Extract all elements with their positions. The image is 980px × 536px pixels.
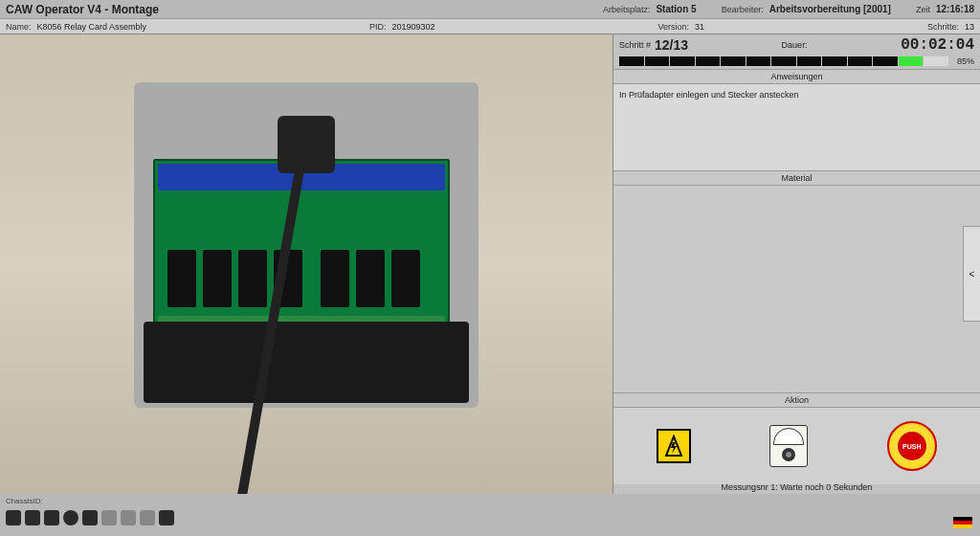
- operator-value: Arbeitsvorbereitung [2001]: [769, 4, 891, 14]
- tray-icon-6[interactable]: [101, 510, 117, 525]
- time-value: 12:16:18: [936, 4, 974, 14]
- instructions-header: Anweisungen: [613, 69, 980, 84]
- tray-icon-2[interactable]: [25, 510, 40, 525]
- workstation-value: Station 5: [656, 4, 696, 14]
- steps-value: 13: [965, 22, 974, 32]
- version-label: Version:: [658, 22, 690, 32]
- progress-segment: [924, 56, 948, 66]
- emergency-stop-button[interactable]: PUSH: [887, 421, 937, 471]
- time-label: Zeit: [916, 5, 930, 14]
- progress-segment: [873, 56, 898, 66]
- tray-icon-3[interactable]: [44, 510, 59, 525]
- material-panel: [613, 186, 980, 392]
- aktion-panel: PUSH Messungsnr 1: Warte noch 0 Sekunden: [613, 408, 980, 494]
- pid-label: PID:: [369, 22, 387, 32]
- db9-connector: [278, 116, 335, 173]
- operator-label: Bearbeiter:: [722, 5, 764, 14]
- tray-icon-8[interactable]: [140, 510, 155, 525]
- chassis-id-label: ChassisID:: [0, 494, 980, 508]
- svg-point-1: [786, 452, 791, 458]
- tray-icon-1[interactable]: [6, 510, 21, 525]
- collapse-panel-button[interactable]: <: [963, 226, 980, 322]
- pid-value: 201909302: [392, 22, 435, 32]
- assembly-photo: [0, 34, 612, 494]
- progress-segment: [797, 56, 822, 66]
- relay: [391, 250, 420, 307]
- progress-bar: 85%: [619, 56, 974, 67]
- name-value: K8056 Relay Card Assembly: [37, 22, 147, 32]
- measurement-message: Messungsnr 1: Warte noch 0 Sekunden: [613, 482, 980, 492]
- progress-segment: [670, 56, 695, 66]
- device-base: [144, 322, 469, 403]
- progress-segment: [721, 56, 746, 66]
- steps-label: Schritte:: [927, 22, 959, 32]
- language-flag-de[interactable]: [953, 517, 972, 528]
- workstation-label: Arbeitsplatz:: [603, 5, 651, 14]
- image-pane: < >: [0, 34, 612, 494]
- progress-segments: [619, 56, 948, 66]
- app-title: CAW Operator V4 - Montage: [6, 3, 597, 16]
- main-area: < > Schritt # 12/13 Dauer: 00:02:04: [0, 34, 980, 494]
- instructions-text: In Prüfadapter einlegen und Stecker anst…: [613, 84, 980, 170]
- tray-icon-9[interactable]: [159, 510, 174, 525]
- flag-stripe: [953, 525, 972, 528]
- progress-segment: [746, 56, 771, 66]
- relay: [238, 250, 267, 307]
- relay: [203, 250, 232, 307]
- progress-segment: [619, 56, 644, 66]
- progress-segment: [848, 56, 873, 66]
- aktion-header: Aktion: [613, 392, 980, 408]
- info-bar: Name: K8056 Relay Card Assembly PID: 201…: [0, 19, 980, 34]
- multimeter-icon[interactable]: [769, 425, 808, 467]
- progress-percent: 85%: [951, 56, 974, 66]
- step-bar: Schritt # 12/13 Dauer: 00:02:04: [613, 34, 980, 56]
- name-label: Name:: [6, 22, 32, 32]
- footer: ChassisID:: [0, 494, 980, 536]
- status-tray: [0, 508, 980, 527]
- tray-clock-icon[interactable]: [63, 510, 78, 525]
- progress-segment: [899, 56, 924, 66]
- progress-segment: [645, 56, 670, 66]
- relay: [321, 250, 349, 307]
- duration-label: Dauer:: [782, 40, 808, 50]
- esd-warning-icon[interactable]: [657, 429, 691, 463]
- version-value: 31: [695, 22, 704, 32]
- relay: [356, 250, 385, 307]
- step-value: 12/13: [655, 37, 688, 53]
- step-label: Schritt #: [619, 40, 651, 50]
- relay: [167, 250, 196, 307]
- duration-value: 00:02:04: [901, 36, 974, 54]
- estop-label: PUSH: [898, 432, 926, 460]
- right-panel: Schritt # 12/13 Dauer: 00:02:04 85% Anwe…: [612, 34, 980, 494]
- material-header: Material: [613, 170, 980, 186]
- tray-tool-icon[interactable]: [82, 510, 98, 525]
- progress-segment: [771, 56, 796, 66]
- title-bar: CAW Operator V4 - Montage Arbeitsplatz: …: [0, 0, 980, 19]
- progress-segment: [696, 56, 721, 66]
- tray-icon-7[interactable]: [121, 510, 136, 525]
- progress-segment: [822, 56, 847, 66]
